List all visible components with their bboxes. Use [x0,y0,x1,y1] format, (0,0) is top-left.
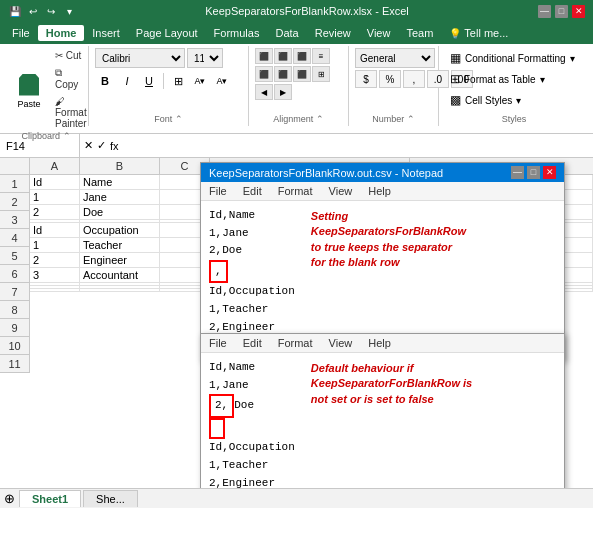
row-header-6[interactable]: 6 [0,265,30,283]
notepad-menu-view-top[interactable]: View [325,184,357,198]
paste-button[interactable]: Paste [10,68,48,112]
minimize-button[interactable]: — [538,5,551,18]
merge-button[interactable]: ⊞ [312,66,330,82]
menu-page-layout[interactable]: Page Layout [128,25,206,41]
cell-a10[interactable] [30,286,80,288]
menu-tell-me[interactable]: 💡 Tell me... [441,25,516,41]
align-middle-right-button[interactable]: ⬛ [293,66,311,82]
row-header-7[interactable]: 7 [0,283,30,301]
more-icon[interactable]: ▾ [62,4,76,18]
notepad-minimize-top[interactable]: — [511,166,524,179]
cell-a11[interactable] [30,289,80,291]
quick-access-toolbar[interactable]: 💾 ↩ ↪ ▾ [8,4,76,18]
insert-function-icon[interactable]: fx [110,140,119,152]
cell-b2[interactable]: Jane [80,190,160,204]
cell-styles-button[interactable]: ▩ Cell Styles ▾ [445,90,526,110]
percent-button[interactable]: % [379,70,401,88]
align-top-right-button[interactable]: ⬛ [293,48,311,64]
menu-review[interactable]: Review [307,25,359,41]
menu-insert[interactable]: Insert [84,25,128,41]
undo-icon[interactable]: ↩ [26,4,40,18]
wrap-text-button[interactable]: ≡ [312,48,330,64]
cell-a1[interactable]: Id [30,175,80,189]
notepad-close-top[interactable]: ✕ [543,166,556,179]
notepad-menu-edit-top[interactable]: Edit [239,184,266,198]
notepad-menu-format-top[interactable]: Format [274,184,317,198]
row-header-4[interactable]: 4 [0,229,30,247]
copy-button[interactable]: ⧉ Copy [50,65,92,92]
cut-button[interactable]: ✂ Cut [50,48,92,63]
name-box[interactable]: F14 [0,134,80,157]
maximize-button[interactable]: □ [555,5,568,18]
cell-b8[interactable]: Accountant [80,268,160,282]
align-middle-left-button[interactable]: ⬛ [255,66,273,82]
row-header-5[interactable]: 5 [0,247,30,265]
row-header-2[interactable]: 2 [0,193,30,211]
cell-b1[interactable]: Name [80,175,160,189]
cell-b5[interactable]: Occupation [80,223,160,237]
menu-data[interactable]: Data [267,25,306,41]
sheet-tab-2[interactable]: She... [83,490,138,507]
col-header-a[interactable]: A [30,158,80,174]
underline-button[interactable]: U [139,72,159,90]
notepad-menu-file-top[interactable]: File [205,184,231,198]
close-button[interactable]: ✕ [572,5,585,18]
cell-a6[interactable]: 1 [30,238,80,252]
col-header-b[interactable]: B [80,158,160,174]
cell-a7[interactable]: 2 [30,253,80,267]
row-header-3[interactable]: 3 [0,211,30,229]
notepad-menu-file-bottom[interactable]: File [205,336,231,350]
align-middle-center-button[interactable]: ⬛ [274,66,292,82]
font-family-select[interactable]: Calibri [95,48,185,68]
menu-view[interactable]: View [359,25,399,41]
row-header-9[interactable]: 9 [0,319,30,337]
cell-b10[interactable] [80,286,160,288]
confirm-formula-icon[interactable]: ✓ [97,139,106,152]
redo-icon[interactable]: ↪ [44,4,58,18]
menu-team[interactable]: Team [398,25,441,41]
sheet-tab-1[interactable]: Sheet1 [19,490,81,507]
formula-input[interactable] [123,134,593,157]
notepad-menu-view-bottom[interactable]: View [325,336,357,350]
comma-button[interactable]: , [403,70,425,88]
font-color-button[interactable]: A▾ [212,72,232,90]
cell-a4[interactable] [30,220,80,222]
menu-home[interactable]: Home [38,25,85,41]
cell-a2[interactable]: 1 [30,190,80,204]
menu-file[interactable]: File [4,25,38,41]
add-sheet-button[interactable]: ⊕ [4,491,15,506]
align-top-center-button[interactable]: ⬛ [274,48,292,64]
notepad-menu-format-bottom[interactable]: Format [274,336,317,350]
notepad-menu-edit-bottom[interactable]: Edit [239,336,266,350]
cell-a3[interactable]: 2 [30,205,80,219]
cell-b11[interactable] [80,289,160,291]
cell-a8[interactable]: 3 [30,268,80,282]
window-controls[interactable]: — □ ✕ [538,5,585,18]
row-header-11[interactable]: 11 [0,355,30,373]
cell-a9[interactable] [30,283,80,285]
cell-a5[interactable]: Id [30,223,80,237]
cell-b3[interactable]: Doe [80,205,160,219]
notepad-menu-help-bottom[interactable]: Help [364,336,395,350]
conditional-formatting-button[interactable]: ▦ Conditional Formatting ▾ [445,48,580,68]
row-header-8[interactable]: 8 [0,301,30,319]
notepad-menu-help-top[interactable]: Help [364,184,395,198]
border-button[interactable]: ⊞ [168,72,188,90]
notepad-maximize-top[interactable]: □ [527,166,540,179]
currency-button[interactable]: $ [355,70,377,88]
bold-button[interactable]: B [95,72,115,90]
format-as-table-button[interactable]: ⊞ Format as Table ▾ [445,69,550,89]
fill-color-button[interactable]: A▾ [190,72,210,90]
cancel-formula-icon[interactable]: ✕ [84,139,93,152]
number-format-select[interactable]: General [355,48,435,68]
menu-formulas[interactable]: Formulas [206,25,268,41]
align-top-left-button[interactable]: ⬛ [255,48,273,64]
cell-b9[interactable] [80,283,160,285]
save-icon[interactable]: 💾 [8,4,22,18]
cell-b4[interactable] [80,220,160,222]
cell-b7[interactable]: Engineer [80,253,160,267]
indent-increase-button[interactable]: ▶ [274,84,292,100]
format-painter-button[interactable]: 🖌 Format Painter [50,94,92,131]
cell-b6[interactable]: Teacher [80,238,160,252]
italic-button[interactable]: I [117,72,137,90]
